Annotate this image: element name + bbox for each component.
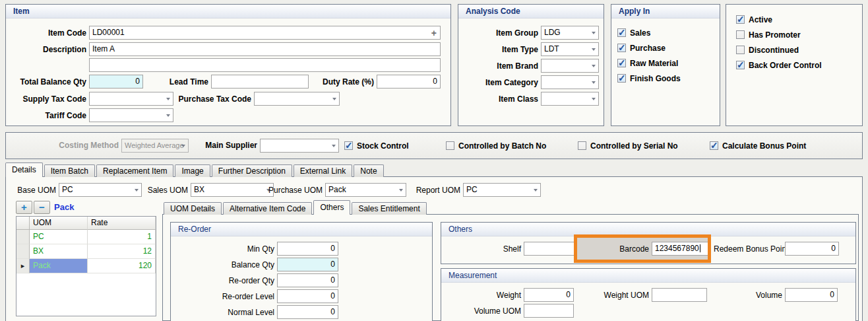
volume-uom-field[interactable] [524,304,574,318]
checkbox-label: Has Promoter [749,30,801,40]
checkbox-icon [736,15,745,24]
item-category-label: Item Category [462,76,538,90]
plus-icon[interactable]: + [431,26,437,40]
table-row[interactable]: PC 1 [16,230,156,244]
dropdown-arrow-icon [332,98,336,100]
checkbox-icon [578,141,586,150]
tab-further-description[interactable]: Further Description [212,164,292,177]
sales-uom-label: Sales UOM [139,184,188,197]
checkbox-raw-material[interactable]: Raw Material [617,58,678,68]
balance-qty-field[interactable]: 0 [277,258,338,271]
purchase-uom-select[interactable]: Pack [325,183,406,197]
subtab-alternative-item-code[interactable]: Alternative Item Code [223,202,312,215]
item-class-select[interactable] [541,92,599,106]
subtab-sales-entitlement[interactable]: Sales Entitlement [352,202,426,215]
checkbox-controlled-by-batch-no[interactable]: Controlled by Batch No [446,141,546,151]
shelf-label: Shelf [455,242,521,256]
checkbox-back-order-control[interactable]: Back Order Control [736,60,822,70]
checkbox-icon [617,59,626,67]
checkbox-calculate-bonus-point[interactable]: Calculate Bonus Point [710,141,806,151]
remove-uom-button[interactable]: − [34,201,50,214]
description2-field[interactable] [89,58,441,72]
tariff-code-select[interactable] [89,108,173,122]
volume-field[interactable]: 0 [785,288,838,302]
selected-uom-title: Pack [54,202,74,212]
base-uom-select[interactable]: PC [59,183,142,197]
dropdown-arrow-icon [166,114,170,117]
report-uom-select[interactable]: PC [463,183,541,197]
weight-uom-label: Weight UOM [583,289,649,303]
dropdown-arrow-icon [166,98,170,100]
checkbox-stock-control[interactable]: Stock Control [344,141,409,151]
weight-field[interactable]: 0 [524,288,574,302]
checkbox-purchase[interactable]: Purchase [617,43,666,53]
supply-tax-select[interactable] [89,92,173,106]
duty-rate-label: Duty Rate (%) [303,75,374,89]
item-groupbox-title: Item [6,5,450,18]
tab-replacement-item[interactable]: Replacement Item [96,164,173,177]
checkbox-finish-goods[interactable]: Finish Goods [617,73,681,83]
add-uom-button[interactable]: + [16,201,32,214]
checkbox-controlled-by-serial-no[interactable]: Controlled by Serial No [578,141,678,151]
base-uom-label: Base UOM [3,184,56,197]
table-row[interactable]: ▸ Pack 120 [16,259,156,273]
dropdown-arrow-icon [399,189,403,192]
uom-cell[interactable]: BX [30,244,88,259]
item-category-select[interactable] [541,75,599,89]
checkbox-has-promoter[interactable]: Has Promoter [736,30,801,40]
checkbox-discontinued[interactable]: Discontinued [736,45,799,55]
shelf-field[interactable] [524,242,578,256]
checkbox-label: Raw Material [630,59,678,68]
checkbox-label: Active [749,15,772,24]
item-type-select[interactable]: LDT [541,42,599,56]
description-field[interactable]: Item A [89,42,441,56]
checkbox-icon [617,28,626,37]
redeem-bonus-point-field[interactable]: 0 [785,242,839,256]
reorder-groupbox-title: Re-Order [171,223,432,236]
reorder-qty-field[interactable]: 0 [277,273,338,287]
rate-cell[interactable]: 1 [88,230,156,244]
total-balance-field[interactable]: 0 [89,75,143,89]
tab-image[interactable]: Image [175,164,210,177]
rate-cell[interactable]: 120 [88,259,156,273]
reorder-level-field[interactable]: 0 [277,289,338,303]
rate-cell[interactable]: 12 [88,244,156,259]
tab-external-link[interactable]: External Link [294,164,352,177]
checkbox-label: Calculate Bonus Point [722,141,806,151]
uom-cell[interactable]: PC [30,230,88,244]
tab-item-batch[interactable]: Item Batch [44,164,95,177]
costing-method-label: Costing Method [40,139,119,153]
checkbox-sales[interactable]: Sales [617,28,650,38]
subtab-uom-details[interactable]: UOM Details [164,202,222,215]
table-row[interactable]: BX 12 [16,244,156,259]
item-brand-select[interactable] [541,59,599,73]
item-group-select[interactable]: LDG [541,26,599,40]
duty-rate-field[interactable]: 0 [377,75,441,89]
normal-level-label: Normal Level [177,306,274,320]
checkbox-label: Stock Control [357,141,409,151]
subtab-others[interactable]: Others [313,200,350,215]
checkbox-active[interactable]: Active [736,15,772,24]
redeem-bonus-point-label: Redeem Bonus Point [714,242,782,256]
row-indicator-header-cell [16,217,30,230]
dropdown-arrow-icon [592,48,596,51]
apply-in-groupbox-title: Apply In [611,5,720,18]
purchase-uom-label: Purchase UOM [267,184,323,197]
checkbox-label: Discontinued [749,46,799,55]
column-header-rate[interactable]: Rate [88,217,156,230]
tab-details[interactable]: Details [5,162,43,177]
item-type-label: Item Type [462,43,538,57]
uom-cell[interactable]: Pack [30,259,88,273]
lead-time-field[interactable] [211,75,309,89]
purchase-tax-select[interactable] [254,92,340,106]
weight-uom-field[interactable] [652,288,707,302]
tab-note[interactable]: Note [354,164,383,177]
dropdown-arrow-icon [592,81,596,84]
main-supplier-select[interactable] [260,139,339,153]
checkbox-label: Sales [630,28,650,38]
sales-uom-select[interactable]: BX [191,183,274,197]
item-code-field[interactable]: LD00001 + [89,26,441,40]
normal-level-field[interactable]: 0 [277,305,338,319]
column-header-uom[interactable]: UOM [30,217,88,230]
min-qty-field[interactable]: 0 [277,242,338,256]
